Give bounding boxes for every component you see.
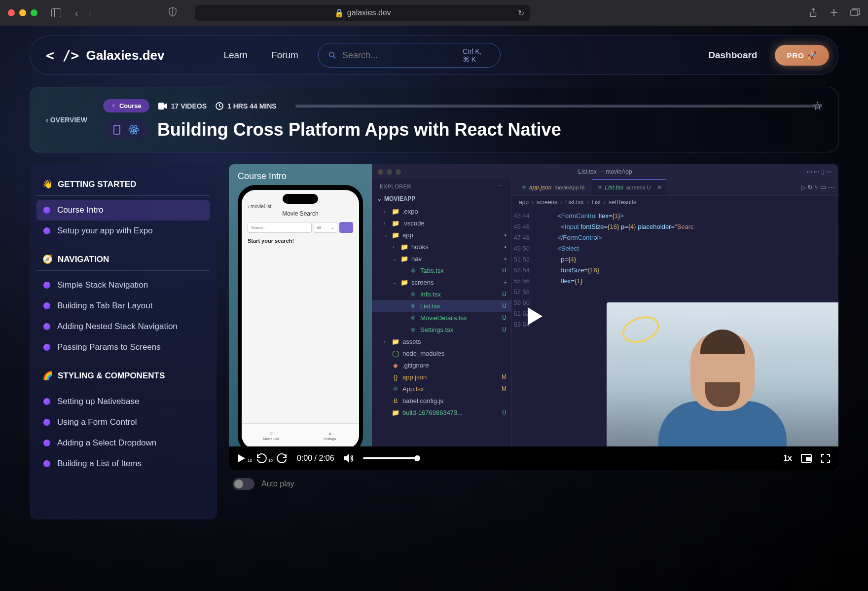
lesson-item[interactable]: Simple Stack Navigation [36,275,210,296]
file-tree-item[interactable]: Bbabel.config.js [372,395,511,406]
search-icon [328,50,336,60]
minimize-window[interactable] [19,9,26,16]
webcam-overlay [607,302,838,470]
phone-prompt: Start your search! [248,238,353,244]
tabs-overview-icon[interactable] [850,8,860,17]
lesson-item[interactable]: Building a Tab Bar Layout [36,296,210,316]
file-tree-item[interactable]: ⚛Tabs.tsxU [372,264,511,276]
volume-icon[interactable] [343,453,354,463]
svg-point-12 [133,129,134,131]
lesson-dot-icon [43,282,50,289]
course-title: Building Cross Platform Apps with React … [157,119,561,140]
overview-link[interactable]: ‹ OVERVIEW [46,116,87,124]
site-logo[interactable]: < /> Galaxies.dev [46,47,164,64]
play-control[interactable] [237,453,247,463]
favorite-star-icon[interactable]: ☆ [812,99,823,113]
share-icon[interactable] [809,8,818,18]
svg-point-4 [329,52,334,57]
lesson-item[interactable]: Setting up Nativebase [36,391,210,412]
more-icon: ⋯ [498,183,504,189]
rewind-10[interactable]: 10 [255,452,267,464]
nav-link-learn[interactable]: Learn [223,50,248,61]
play-button[interactable] [521,303,546,331]
video-area: Course Intro ‹ movieList Movie Search Se… [229,164,838,519]
react-icon [128,124,140,136]
phone-search-button [339,222,353,233]
file-tree-item[interactable]: ⚛List.tsxU [372,300,511,312]
section-header: 👋GETTING STARTED [36,176,210,196]
reload-icon[interactable]: ↻ [518,8,524,18]
autoplay-toggle[interactable] [233,478,254,490]
clock-icon [216,102,223,110]
file-tree-item[interactable]: ›📁hooks● [372,241,511,253]
lesson-item[interactable]: Setup your app with Expo [36,221,210,241]
close-window[interactable] [8,9,15,16]
file-tree-item[interactable]: {}app.jsonM [372,371,511,383]
pro-badge[interactable]: PRO 🚀 [775,45,829,66]
sidebar-toggle-icon[interactable] [51,8,61,17]
lesson-item[interactable]: Adding Nested Stack Navigation [36,316,210,337]
lesson-dot-icon [43,419,50,426]
search-input[interactable] [342,50,457,61]
search-box[interactable]: Ctrl K, ⌘ K [318,43,501,68]
url-bar[interactable]: 🔒 galaxies.dev ↻ [195,5,530,21]
lesson-item[interactable]: Adding a Select Dropdown [36,433,210,453]
lesson-item[interactable]: Building a List of Items [36,453,210,474]
maximize-window[interactable] [31,9,37,16]
back-button[interactable]: ‹ [75,7,78,19]
file-tree-item[interactable]: ⚛MovieDetails.tsxU [372,312,511,324]
file-tree-item[interactable]: ⚛App.tsxM [372,383,511,395]
vscode-panel: List.tsx — movieApp ▭ ▭ ▯ ▭ EXPLORER ⋯ ⌄… [372,164,838,470]
lesson-item[interactable]: Passing Params to Screens [36,337,210,358]
phone-dropdown: All⌄ [314,222,337,233]
dashboard-link[interactable]: Dashboard [708,50,757,61]
file-tree-item[interactable]: ›📁assets [372,335,511,347]
forward-10[interactable]: 10 [276,452,288,464]
file-tree-item[interactable]: ›📁.vscode [372,217,511,229]
video-icon [158,103,167,110]
file-tree-item[interactable]: ◯node_modules [372,347,511,359]
time-display: 0:00 / 2:06 [297,454,334,463]
nav-links: Learn Forum [223,50,298,61]
file-tree-item[interactable]: ⌄📁nav● [372,253,511,264]
lock-icon: 🔒 [334,8,344,18]
platform-icons [103,120,147,140]
lesson-item[interactable]: Using a Form Control [36,412,210,433]
video-player[interactable]: Course Intro ‹ movieList Movie Search Se… [229,164,838,470]
new-tab-icon[interactable] [830,8,838,17]
forward-button[interactable]: › [88,7,92,19]
rocket-icon: 🚀 [807,51,817,60]
file-tree-item[interactable]: ⌄📁screens● [372,276,511,288]
volume-slider[interactable] [363,457,417,459]
svg-rect-6 [158,103,164,110]
nav-arrows: ‹ › [75,7,91,19]
nav-link-forum[interactable]: Forum [271,50,298,61]
editor-tab[interactable]: ⚛List.tsx screens U✕ [592,179,667,195]
autoplay-row: Auto play [229,470,838,498]
svg-rect-3 [851,10,858,16]
phone-preview: Course Intro ‹ movieList Movie Search Se… [229,164,372,470]
logo-icon: < /> [46,47,79,64]
editor-tab[interactable]: ⚛app.json movieApp M [516,179,590,195]
file-tree-item[interactable]: ⚛Info.tsxU [372,288,511,300]
nodes-icon: ⁘ [111,102,116,110]
lesson-dot-icon [43,398,50,405]
lesson-item[interactable]: Course Intro [36,200,210,221]
video-overlay-title: Course Intro [238,171,287,182]
lesson-dot-icon [43,207,50,214]
privacy-shield-icon[interactable] [168,7,177,19]
playback-speed[interactable]: 1x [783,454,792,463]
fullscreen-icon[interactable] [821,453,831,463]
file-tree-item[interactable]: ›📁.expo [372,205,511,217]
lesson-dot-icon [43,323,50,330]
file-tree-item[interactable]: ◆.gitignore [372,359,511,371]
course-badge: ⁘ Course [103,99,149,112]
file-tree-item[interactable]: ⌄📁app● [372,229,511,241]
url-host: galaxies.dev [347,8,391,17]
vscode-explorer: EXPLORER ⋯ ⌄MOVIEAPP ›📁.expo›📁.vscode⌄📁a… [372,179,512,470]
pip-icon[interactable] [801,454,812,463]
file-tree-item[interactable]: 📁build-16769863473...U [372,406,511,418]
file-tree-item[interactable]: ⚛Settings.tsxU [372,324,511,335]
svg-rect-8 [114,125,120,134]
course-header: ‹ OVERVIEW ⁘ Course 17 VIDEOS 1 HRS 44 M [30,87,838,152]
